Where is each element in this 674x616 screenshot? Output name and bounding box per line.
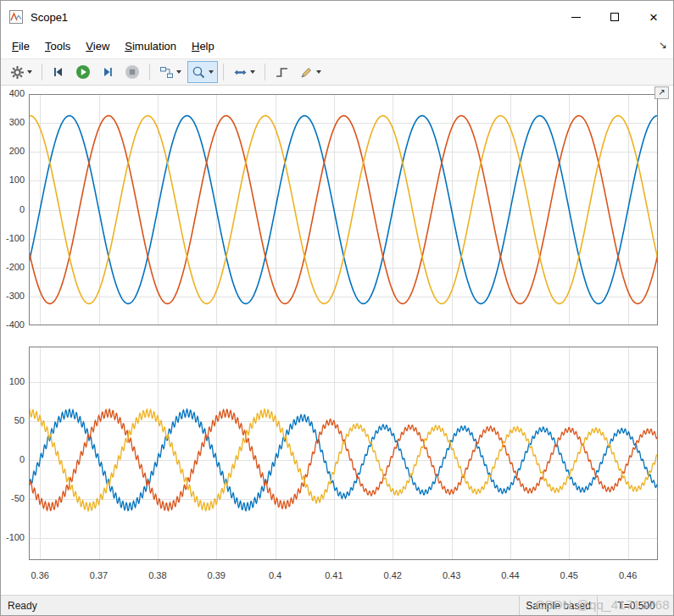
x-tick-label: 0.44 [492, 570, 529, 580]
toolbar-separator [149, 64, 150, 80]
maximize-icon [610, 13, 619, 21]
scope-window: Scope1 × File Tools View Simulation Help… [0, 0, 674, 616]
dock-arrow-icon[interactable]: ↘ [659, 39, 667, 51]
x-tick-label: 0.4 [257, 570, 294, 580]
y-tick-label: -200 [1, 262, 25, 272]
close-icon: × [649, 10, 658, 25]
current-plot-canvas[interactable] [29, 347, 658, 560]
layout-button[interactable] [155, 61, 186, 83]
y-tick-label: 100 [1, 376, 25, 386]
watermark: CSDN @qq_41713768 [535, 597, 670, 612]
x-tick-label: 0.45 [550, 570, 588, 580]
y-tick-label: -100 [1, 532, 25, 542]
y-tick-label: 300 [1, 117, 25, 127]
measurements-button[interactable] [295, 61, 326, 83]
zoom-button[interactable] [187, 61, 218, 83]
menu-simulation[interactable]: Simulation [117, 36, 184, 56]
trigger-icon [275, 65, 289, 80]
y-tick-label: -100 [1, 233, 25, 243]
x-tick-label: 0.43 [433, 570, 471, 580]
stop-icon [125, 64, 140, 80]
step-forward-button[interactable] [97, 61, 119, 83]
caret-down-icon [209, 70, 214, 74]
x-tick-label: 0.41 [315, 570, 353, 580]
window-controls: × [556, 1, 673, 33]
maximize-button[interactable] [595, 1, 634, 33]
toolbar [1, 58, 673, 86]
y-tick-label: -300 [1, 291, 25, 301]
y-tick-label: 200 [1, 146, 25, 156]
y-tick-label: -50 [1, 493, 25, 503]
caret-down-icon [27, 70, 32, 74]
scope-display: ↗ 4003002001000-100-200-300-400100500-50… [1, 86, 674, 597]
y-tick-label: -400 [1, 319, 25, 330]
stop-button[interactable] [120, 61, 144, 83]
window-title: Scope1 [31, 11, 68, 24]
x-tick-label: 0.37 [81, 570, 118, 580]
titlebar: Scope1 × [1, 1, 673, 33]
status-ready: Ready [1, 596, 519, 615]
scope-icon [9, 10, 23, 24]
step-back-icon [52, 65, 65, 79]
step-forward-icon [101, 65, 114, 79]
gear-icon [10, 65, 25, 80]
minimize-button[interactable] [556, 1, 595, 33]
caret-down-icon [250, 70, 255, 74]
arrow-up-right-icon: ↗ [658, 87, 665, 97]
y-tick-label: 0 [1, 204, 25, 214]
menubar: File Tools View Simulation Help ↘ [1, 33, 673, 58]
toolbar-separator [42, 64, 42, 80]
toolbar-separator [223, 64, 224, 80]
menu-file[interactable]: File [4, 36, 37, 56]
menu-tools[interactable]: Tools [37, 36, 78, 56]
span-x-icon [233, 65, 248, 80]
y-tick-label: 50 [1, 415, 25, 425]
minimize-icon [571, 17, 581, 18]
x-tick-label: 0.39 [198, 570, 235, 580]
zoom-icon [192, 65, 206, 80]
y-tick-label: 400 [1, 88, 25, 98]
x-tick-label: 0.46 [610, 570, 647, 580]
close-button[interactable]: × [634, 1, 673, 33]
menu-view[interactable]: View [78, 36, 117, 56]
panel-expand-button[interactable]: ↗ [655, 86, 669, 99]
voltage-plot-canvas[interactable] [29, 94, 658, 325]
measurements-icon [299, 65, 314, 80]
caret-down-icon [176, 70, 181, 74]
layout-icon [159, 65, 174, 80]
caret-down-icon [316, 70, 321, 74]
step-back-button[interactable] [47, 61, 70, 83]
y-tick-label: 100 [1, 175, 25, 185]
x-tick-label: 0.38 [139, 570, 176, 580]
settings-button[interactable] [6, 61, 36, 83]
menu-help[interactable]: Help [184, 36, 222, 56]
run-button[interactable] [71, 61, 95, 83]
x-tick-label: 0.42 [374, 570, 411, 580]
trigger-button[interactable] [270, 61, 293, 83]
span-x-button[interactable] [229, 61, 259, 83]
y-tick-label: 0 [1, 454, 25, 464]
run-icon [75, 64, 91, 80]
toolbar-separator [265, 64, 265, 80]
x-tick-label: 0.36 [21, 570, 58, 580]
